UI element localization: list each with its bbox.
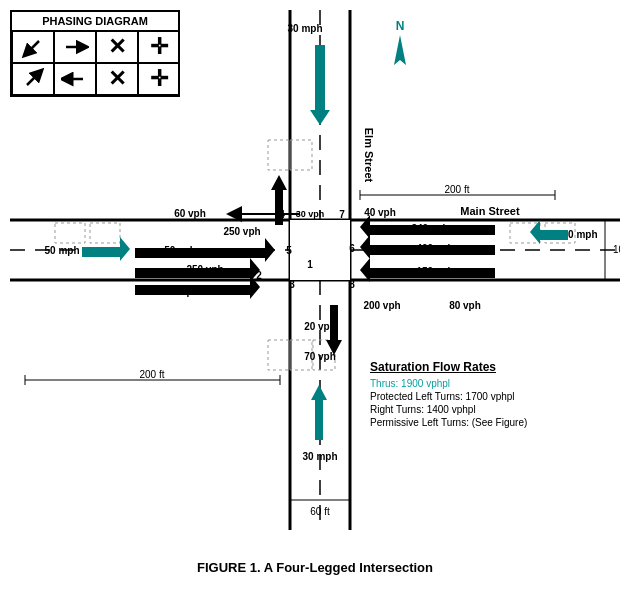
svg-rect-15 [268,340,290,370]
figure-caption: FIGURE 1. A Four-Legged Intersection [0,560,630,575]
vol-250-north-label: 250 vph [223,226,260,237]
dim-200ft-top: 200 ft [444,184,469,195]
phase-5-label: 5 [286,245,292,256]
main-street-label: Main Street [460,205,520,217]
vol-60-label: 60 vph [174,208,206,219]
phase-8-label: 8 [349,279,355,290]
north-compass-label: N [396,19,405,33]
south-teal-arrow [311,385,327,440]
saturation-permissive: Permissive Left Turns: (See Figure) [370,417,610,428]
svg-rect-13 [268,140,290,170]
svg-rect-14 [290,140,312,170]
west-cyan-arrow [82,237,130,261]
phase-3-label: 3 [289,279,295,290]
west-thru-arrow [135,238,275,262]
svg-rect-19 [90,223,120,243]
phase-7-label: 7 [339,209,345,220]
vol-200-label: 200 vph [363,300,400,311]
svg-rect-18 [55,223,85,243]
west-thru-arrow-2 [135,258,260,282]
saturation-right-turns: Right Turns: 1400 vphpl [370,404,610,415]
main-container: PHASING DIAGRAM ✕ ✛ [0,0,630,590]
north-speed-label: 30 mph [287,23,322,34]
vol-70-label: 70 vph [304,351,336,362]
vol-30-label: 30 vph [296,209,325,219]
phase-6-label: 6 [349,243,355,254]
south-speed-label: 30 mph [302,451,337,462]
north-southbound-arrow [310,45,330,125]
dim-100ft-right: 100 ft [613,244,620,255]
intersection-svg: 30 mph 4 7 60 vph 30 vph 250 vph 50 vph … [10,10,620,530]
east-cyan-arrow [530,220,568,244]
saturation-thrus: Thrus: 1900 vphpl [370,378,610,389]
east-150-arrow [360,258,495,282]
west-speed-label: 50 mph [44,245,79,256]
vol-40-label: 40 vph [364,207,396,218]
saturation-title: Saturation Flow Rates [370,360,610,374]
dim-60ft-bottom: 60 ft [310,506,330,517]
dim-200ft-left: 200 ft [139,369,164,380]
north-compass-arrow [394,35,406,65]
saturation-protected-left: Protected Left Turns: 1700 vphpl [370,391,610,402]
elm-street-label: Elm Street [363,128,375,183]
svg-rect-12 [290,220,350,280]
east-400-arrow [360,235,495,259]
saturation-box: Saturation Flow Rates Thrus: 1900 vphpl … [370,360,610,430]
vol-80-label: 80 vph [449,300,481,311]
phase-1-label: 1 [307,259,313,270]
